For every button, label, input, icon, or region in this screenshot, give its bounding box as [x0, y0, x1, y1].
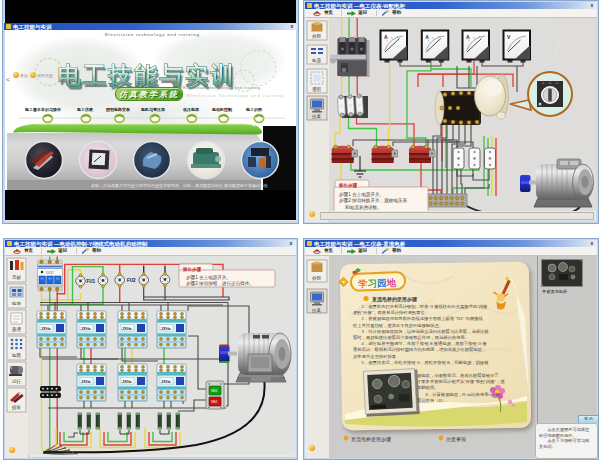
svg-text:A: A [425, 34, 429, 40]
svg-text:SB2: SB2 [211, 400, 218, 404]
svg-text:外型: 外型 [312, 33, 322, 39]
svg-text:和电流表的读数。: 和电流表的读数。 [345, 204, 382, 211]
svg-text:步骤2 按动按钮，进行运行操作。: 步骤2 按动按钮，进行运行操作。 [186, 280, 254, 287]
svg-text:直流电桥使用步骤: 直流电桥使用步骤 [351, 436, 391, 443]
svg-text:FU1: FU1 [87, 279, 96, 284]
svg-text:操作步骤: 操作步骤 [338, 182, 358, 189]
svg-text:电阻: 电阻 [12, 352, 22, 358]
svg-text:外型: 外型 [312, 275, 322, 281]
svg-text:A: A [466, 34, 470, 40]
svg-text:直流电桥的使用步骤: 直流电桥的使用步骤 [371, 296, 418, 303]
svg-text:运行: 运行 [12, 379, 22, 384]
svg-text:步骤1 合上电源开关。: 步骤1 合上电源开关。 [186, 274, 231, 281]
svg-text:步骤1 合上电源开关。: 步骤1 合上电源开关。 [339, 191, 384, 198]
svg-text:注意事项: 注意事项 [446, 436, 466, 442]
svg-text:电源: 电源 [312, 57, 322, 63]
svg-text:学习园地: 学习园地 [358, 277, 397, 289]
svg-text:原理: 原理 [12, 327, 22, 332]
svg-text:透明: 透明 [312, 86, 321, 92]
svg-text:SB1: SB1 [211, 389, 218, 393]
svg-text:FU2: FU2 [127, 278, 136, 283]
svg-text:操作步骤: 操作步骤 [182, 266, 202, 273]
svg-text:DZ47: DZ47 [46, 271, 54, 275]
svg-text:电路: 电路 [12, 301, 22, 306]
svg-text:拆装: 拆装 [11, 405, 22, 410]
svg-text:A: A [384, 34, 388, 40]
